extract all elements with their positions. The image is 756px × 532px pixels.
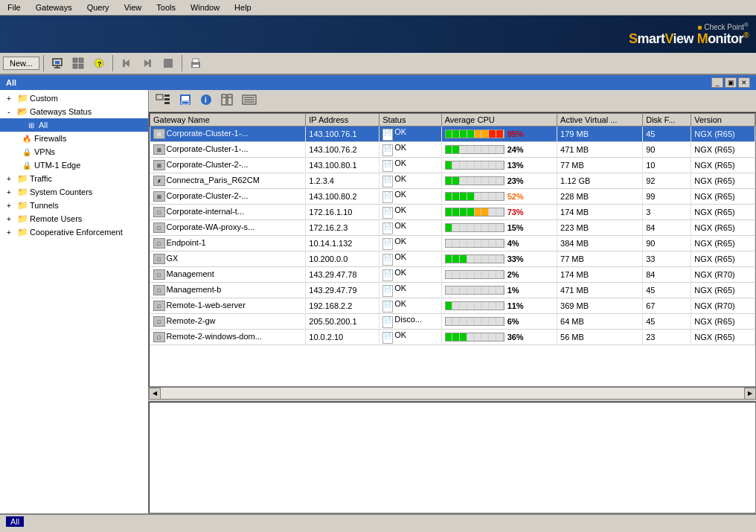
cell-status: 📄OK [379, 205, 441, 220]
forward-button[interactable] [138, 55, 157, 71]
sidebar-item-all[interactable]: ⊞ All [0, 118, 148, 132]
col-disk[interactable]: Disk F... [643, 114, 691, 126]
cell-cpu: 24% [441, 142, 557, 158]
cell-status: 📄Disco... [379, 314, 441, 330]
cell-version: NGX (R70) [691, 267, 755, 283]
cell-ip: 143.100.76.2 [306, 142, 379, 158]
cell-ip: 205.50.200.1 [306, 314, 379, 330]
minimize-button[interactable]: _ [711, 77, 723, 88]
network-icon [51, 57, 63, 69]
cell-gateway-name: □Management [150, 267, 306, 283]
table-row[interactable]: □Remote-2-windows-dom...10.0.2.10📄OK36%5… [150, 330, 755, 345]
sub-btn-info[interactable]: i [196, 92, 216, 110]
table-row[interactable]: □Corporate-WA-proxy-s...172.16.2.3📄OK15%… [150, 220, 755, 236]
grid-button[interactable] [68, 55, 88, 71]
menu-help[interactable]: Help [230, 1, 256, 13]
sidebar-label-firewalls: Firewalls [34, 134, 66, 143]
svg-rect-5 [79, 58, 83, 63]
brand-logo: ■ Check Point® SmartView Monitor® [629, 22, 749, 47]
table-row[interactable]: □GX10.200.0.0📄OK33%77 MB33NGX (R65) [150, 251, 755, 267]
brand-header: ■ Check Point® SmartView Monitor® [0, 16, 756, 53]
table-row[interactable]: □Corporate-internal-t...172.16.1.10📄OK73… [150, 205, 755, 220]
sidebar-item-cooperative-enforcement[interactable]: + 📁 Cooperative Enforcement [0, 225, 148, 239]
horizontal-scrollbar[interactable]: ◀ ▶ [149, 387, 756, 399]
table-row[interactable]: ⊞Corporate-Cluster-1-...143.100.76.2📄OK2… [150, 142, 755, 158]
cell-active-virtual: 77 MB [557, 158, 643, 173]
sidebar-item-gateways-status[interactable]: - 📂 Gateways Status [0, 105, 148, 118]
cell-status: 📄OK [379, 173, 441, 189]
cell-status: 📄OK [379, 142, 441, 158]
view-icon [156, 94, 170, 106]
table-row[interactable]: □Remote-2-gw205.50.200.1📄Disco...6%64 MB… [150, 314, 755, 330]
table-row[interactable]: ⊞Corporate-Cluster-1-...143.100.76.1📄OK9… [150, 126, 755, 142]
close-button[interactable]: ✕ [738, 77, 750, 88]
toolbar-sep-2 [112, 55, 113, 71]
sidebar-item-tunnels[interactable]: + 📁 Tunnels [0, 199, 148, 212]
stop-button[interactable] [158, 55, 178, 71]
sidebar-item-traffic[interactable]: + 📁 Traffic [0, 172, 148, 185]
sidebar-item-remote-users[interactable]: + 📁 Remote Users [0, 212, 148, 225]
menu-gateways[interactable]: Gateways [31, 1, 77, 13]
col-avg-cpu[interactable]: Average CPU [441, 114, 557, 126]
col-gateway-name[interactable]: Gateway Name [150, 114, 306, 126]
sidebar-item-custom[interactable]: + 📁 Custom [0, 92, 148, 105]
scroll-left-button[interactable]: ◀ [149, 388, 161, 400]
cell-ip: 172.16.2.3 [306, 220, 379, 236]
sidebar-item-system-counters[interactable]: + 📁 System Counters [0, 185, 148, 199]
table-row[interactable]: □Remote-1-web-server192.168.2.2📄OK11%369… [150, 298, 755, 314]
h-scroll-track[interactable] [161, 388, 744, 399]
sidebar-item-firewalls[interactable]: 🔥 Firewalls [0, 132, 148, 145]
cell-version: NGX (R65) [691, 283, 755, 298]
new-button[interactable]: New... [3, 57, 39, 70]
table-row[interactable]: □Management-b143.29.47.79📄OK1%471 MB45NG… [150, 283, 755, 298]
menu-window[interactable]: Window [186, 1, 224, 13]
cell-ip: 143.100.80.2 [306, 189, 379, 205]
cell-status: 📄OK [379, 298, 441, 314]
vpn-icon: 🔒 [21, 146, 33, 158]
print-button[interactable] [186, 55, 205, 71]
svg-rect-20 [164, 98, 170, 100]
svg-rect-27 [222, 94, 226, 105]
menu-file[interactable]: File [3, 1, 25, 13]
table-row[interactable]: ⊞Corporate-Cluster-2-...143.100.80.2📄OK5… [150, 189, 755, 205]
menu-view[interactable]: View [120, 1, 147, 13]
sub-btn-view[interactable] [152, 92, 174, 110]
grid-icon [72, 57, 84, 69]
stop-icon [162, 57, 174, 69]
help-button[interactable]: ? [89, 55, 109, 71]
menu-query[interactable]: Query [83, 1, 114, 13]
forward-icon [141, 57, 153, 69]
col-version[interactable]: Version [691, 114, 755, 126]
col-active-virtual[interactable]: Active Virtual ... [557, 114, 643, 126]
table-row[interactable]: ✗Connectra_Paris_R62CM1.2.3.4📄OK23%1.12 … [150, 173, 755, 189]
col-status[interactable]: Status [379, 114, 441, 126]
table-row[interactable]: □Endpoint-110.14.1.132📄OK4%384 MB90NGX (… [150, 236, 755, 251]
svg-text:i: i [205, 96, 207, 104]
sidebar-label-tunnels: Tunnels [30, 201, 59, 210]
table-row[interactable]: ⊞Corporate-Cluster-2-...143.100.80.1📄OK1… [150, 158, 755, 173]
window-title-bar: All _ ▣ ✕ [0, 75, 756, 90]
svg-rect-6 [73, 64, 77, 68]
cell-active-virtual: 56 MB [557, 330, 643, 345]
cell-ip: 143.29.47.78 [306, 267, 379, 283]
scroll-right-button[interactable]: ▶ [744, 388, 756, 400]
svg-marker-10 [124, 60, 129, 67]
table-row[interactable]: □Management143.29.47.78📄OK2%174 MB84NGX … [150, 267, 755, 283]
cell-status: 📄OK [379, 126, 441, 142]
sidebar-item-vpns[interactable]: 🔒 VPNs [0, 145, 148, 158]
sidebar-item-utm1-edge[interactable]: 🔒 UTM-1 Edge [0, 158, 148, 172]
back-icon [121, 57, 132, 69]
back-button[interactable] [117, 55, 136, 71]
sub-btn-filter[interactable] [238, 92, 260, 110]
sub-btn-save[interactable] [176, 92, 195, 110]
toolbar-sep-1 [43, 55, 44, 71]
menu-tools[interactable]: Tools [152, 1, 180, 13]
col-ip-address[interactable]: IP Address [306, 114, 379, 126]
restore-button[interactable]: ▣ [725, 77, 737, 88]
network-button[interactable] [48, 55, 67, 71]
svg-rect-19 [164, 94, 170, 97]
sub-btn-columns[interactable] [217, 92, 237, 110]
cell-disk: 90 [643, 142, 691, 158]
cell-status: 📄OK [379, 236, 441, 251]
save-icon [179, 94, 191, 106]
